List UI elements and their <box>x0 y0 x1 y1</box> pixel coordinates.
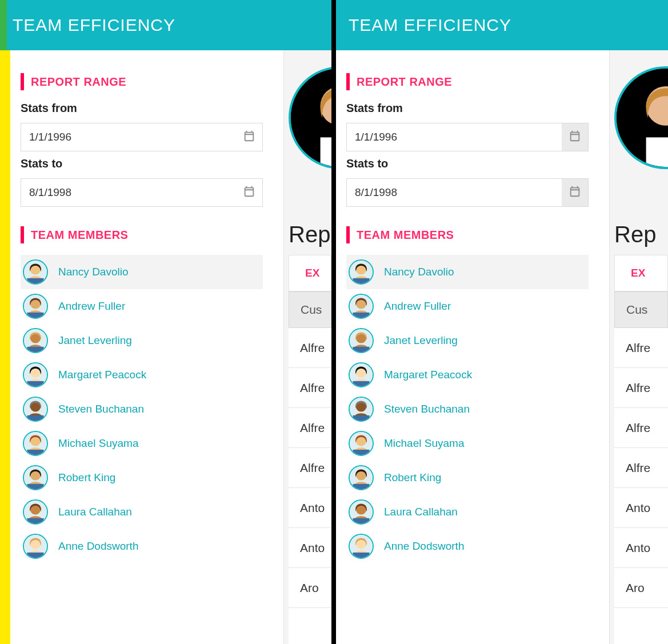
team-member-name: Nancy Davolio <box>58 266 129 278</box>
grid-row[interactable]: Anto <box>289 488 331 528</box>
svg-rect-29 <box>321 137 331 167</box>
team-member-item[interactable]: Laura Callahan <box>21 495 263 529</box>
team-member-item[interactable]: Laura Callahan <box>346 495 589 529</box>
grid-tabstrip: EX <box>614 255 668 291</box>
grid-body: AlfreAlfreAlfreAlfreAntoAntoAro <box>289 328 331 644</box>
stats-from-input[interactable]: 1/1/1996 <box>21 123 263 151</box>
team-member-item[interactable]: Nancy Davolio <box>346 255 589 289</box>
grid-row[interactable]: Alfre <box>289 368 331 408</box>
team-member-item[interactable]: Anne Dodsworth <box>21 529 263 563</box>
svg-rect-50 <box>353 484 369 489</box>
stats-to-label: Stats to <box>346 157 589 170</box>
avatar-icon <box>349 259 374 285</box>
team-member-item[interactable]: Steven Buchanan <box>346 392 589 426</box>
team-member-name: Margaret Peacock <box>384 369 472 381</box>
avatar-icon <box>23 465 48 490</box>
team-member-item[interactable]: Andrew Fuller <box>21 289 263 323</box>
team-member-item[interactable]: Margaret Peacock <box>346 358 589 392</box>
stats-to-calendar-button[interactable] <box>236 179 262 206</box>
grid-row[interactable]: Alfre <box>289 328 331 368</box>
grid-row[interactable]: Alfre <box>289 448 331 488</box>
avatar-icon <box>349 397 374 422</box>
avatar-icon <box>23 431 48 456</box>
grid-row[interactable]: Alfre <box>614 408 668 448</box>
heading-accent-bar <box>346 226 350 243</box>
stats-from-calendar-button[interactable] <box>562 123 588 151</box>
grid-body: AlfreAlfreAlfreAlfreAntoAntoAro <box>614 328 668 644</box>
main-content: Rep EX Cus AlfreAlfreAlfreAlfreAntoAntoA… <box>283 50 331 644</box>
report-range-label: REPORT RANGE <box>31 75 126 89</box>
calendar-icon <box>569 185 581 201</box>
team-member-name: Andrew Fuller <box>384 300 451 313</box>
team-member-name: Michael Suyama <box>58 437 138 450</box>
svg-rect-23 <box>27 518 43 523</box>
content-heading: Rep <box>614 222 656 247</box>
team-member-item[interactable]: Steven Buchanan <box>21 392 263 426</box>
grid-row[interactable]: Anto <box>614 488 668 528</box>
grid-row[interactable]: Alfre <box>289 408 331 448</box>
tab-export[interactable]: EX <box>615 255 661 291</box>
team-member-name: Laura Callahan <box>384 506 458 518</box>
app-header: TEAM EFFICIENCY <box>336 0 668 50</box>
svg-rect-53 <box>353 518 369 523</box>
team-member-name: Laura Callahan <box>58 506 132 518</box>
report-range-heading: REPORT RANGE <box>21 73 263 90</box>
svg-rect-59 <box>646 137 668 167</box>
compare-panel-left: TEAM EFFICIENCY REPORT RANGE Stats from … <box>0 0 331 644</box>
grid-row[interactable]: Anto <box>614 528 668 568</box>
team-member-item[interactable]: Anne Dodsworth <box>346 529 589 563</box>
app-title: TEAM EFFICIENCY <box>349 15 511 35</box>
selected-employee-avatar <box>289 66 331 169</box>
avatar-icon <box>23 499 48 525</box>
stats-from-calendar-button[interactable] <box>236 123 262 151</box>
team-member-name: Robert King <box>384 471 441 484</box>
avatar-icon <box>23 362 48 387</box>
calendar-icon <box>243 185 255 201</box>
report-range-heading: REPORT RANGE <box>346 73 589 90</box>
svg-rect-5 <box>27 313 43 318</box>
grid-row[interactable]: Anto <box>289 528 331 568</box>
team-member-name: Nancy Davolio <box>384 266 454 278</box>
grid-row[interactable]: Alfre <box>614 368 668 408</box>
accent-strip-green <box>0 0 7 50</box>
sidebar: REPORT RANGE Stats from 1/1/1996 Stats t… <box>336 50 599 644</box>
grid-row[interactable]: Aro <box>614 568 668 608</box>
compare-divider <box>331 0 336 644</box>
team-member-item[interactable]: Michael Suyama <box>21 426 263 461</box>
stats-from-input[interactable]: 1/1/1996 <box>346 123 589 151</box>
main-content: Rep EX Cus AlfreAlfreAlfreAlfreAntoAntoA… <box>609 50 668 644</box>
grid-column-customer: Cus <box>301 303 322 317</box>
team-member-item[interactable]: Robert King <box>346 461 589 495</box>
heading-accent-bar <box>21 226 24 243</box>
avatar-icon <box>349 362 374 387</box>
team-member-item[interactable]: Robert King <box>21 461 263 495</box>
team-member-item[interactable]: Margaret Peacock <box>21 358 263 392</box>
stats-to-value: 8/1/1998 <box>355 186 397 199</box>
avatar-icon <box>349 431 374 456</box>
stats-to-input[interactable]: 8/1/1998 <box>21 178 263 207</box>
team-member-name: Anne Dodsworth <box>384 540 464 553</box>
team-members-label: TEAM MEMBERS <box>357 229 454 242</box>
grid-row[interactable]: Alfre <box>614 328 668 368</box>
svg-rect-2 <box>27 278 43 283</box>
accent-strip-yellow <box>0 50 10 644</box>
tab-export[interactable]: EX <box>289 255 331 291</box>
svg-rect-56 <box>353 553 369 558</box>
grid-row[interactable]: Alfre <box>614 448 668 488</box>
stats-to-input[interactable]: 8/1/1998 <box>346 178 589 207</box>
team-member-item[interactable]: Andrew Fuller <box>346 289 589 323</box>
team-member-item[interactable]: Michael Suyama <box>346 426 589 461</box>
stats-to-calendar-button[interactable] <box>562 179 588 206</box>
grid-tabstrip: EX <box>289 255 331 291</box>
team-member-item[interactable]: Janet Leverling <box>346 323 589 358</box>
team-member-name: Janet Leverling <box>58 334 132 347</box>
team-member-item[interactable]: Nancy Davolio <box>21 255 263 289</box>
avatar-icon <box>23 328 48 353</box>
grid-row[interactable]: Aro <box>289 568 331 608</box>
avatar-icon <box>349 534 374 559</box>
avatar-icon <box>349 499 374 525</box>
avatar-icon <box>23 397 48 422</box>
team-member-name: Anne Dodsworth <box>58 540 138 553</box>
team-member-item[interactable]: Janet Leverling <box>21 323 263 358</box>
team-member-name: Steven Buchanan <box>384 403 470 415</box>
